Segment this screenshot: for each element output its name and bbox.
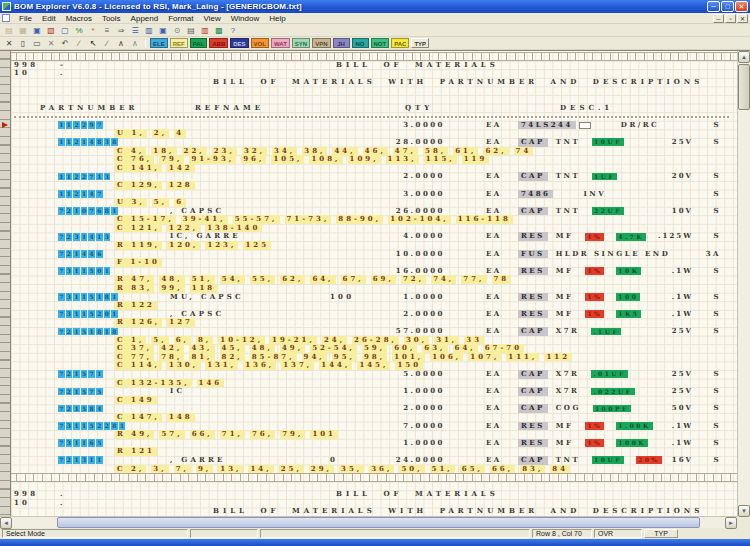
column-header-qty: QTY <box>405 104 433 113</box>
category-button-abb[interactable]: ABB <box>209 38 228 48</box>
category-button-not[interactable]: NOT <box>371 38 390 48</box>
qty-value: 1.0000 <box>352 387 445 396</box>
partnumber-digit: 5 <box>88 293 95 301</box>
scroll-left-button[interactable]: ◄ <box>0 517 12 529</box>
refname-token: 2, <box>152 129 169 138</box>
maximize-button[interactable]: □ <box>721 1 734 12</box>
bom-line: R 121 <box>0 447 737 456</box>
folders-icon[interactable]: ▧ <box>45 25 57 36</box>
layout-rows-icon[interactable]: ☰ <box>129 25 141 36</box>
menu-append[interactable]: Append <box>126 14 164 23</box>
vertical-scroll-thumb[interactable] <box>738 64 750 110</box>
menu-window[interactable]: Window <box>226 14 264 23</box>
category-button-des[interactable]: DES <box>230 38 248 48</box>
menu-file[interactable]: File <box>14 14 37 23</box>
partnumber-value: 721575 <box>58 388 103 396</box>
layout-columns-icon[interactable]: ▥ <box>143 25 155 36</box>
scroll-up-button[interactable]: ▲ <box>738 51 750 63</box>
window-icon[interactable]: ▢ <box>59 25 71 36</box>
bom-line: R 126,127 <box>0 318 737 327</box>
save-icon[interactable]: ▣ <box>31 25 43 36</box>
minimize-button[interactable]: ─ <box>707 1 720 12</box>
horizontal-scrollbar[interactable]: ◄ ► <box>0 516 750 528</box>
unit-value: EA <box>486 190 502 199</box>
partnumber-digit: 6 <box>96 250 103 258</box>
category-button-pal[interactable]: PAL <box>190 38 208 48</box>
status-typ-button[interactable]: TYP <box>644 529 678 538</box>
partnumber-digit: 8 <box>104 293 111 301</box>
scroll-right-button[interactable]: ► <box>725 517 737 529</box>
menu-tools[interactable]: Tools <box>97 14 126 23</box>
bom-line: C 141,142 <box>0 164 737 173</box>
category-button-pac[interactable]: PAC <box>391 38 409 48</box>
list-icon[interactable]: ≡ <box>101 25 113 36</box>
paste-icon[interactable]: ▯ <box>17 38 29 49</box>
category-button-no[interactable]: NO <box>352 38 369 48</box>
refname-token: 108, <box>309 155 342 164</box>
export-icon[interactable]: ▦ <box>17 25 29 36</box>
find-icon[interactable]: ⊙ <box>171 25 183 36</box>
cursor-icon[interactable]: ↖ <box>87 38 99 49</box>
qty-value: 2.0000 <box>352 172 445 181</box>
category-button-vol[interactable]: VOL <box>251 38 269 48</box>
partnumber-digit: 1 <box>73 439 80 447</box>
status-flag: S <box>713 207 721 216</box>
percent-icon[interactable]: % <box>73 25 85 36</box>
mdi-minimize-button[interactable]: ─ <box>713 14 724 23</box>
status-flag: S <box>713 370 721 379</box>
description-text: TNT <box>556 138 580 147</box>
panel-icon[interactable]: ▥ <box>199 25 211 36</box>
vertical-scrollbar[interactable]: ▲ ▼ <box>737 51 750 517</box>
category-button-wat[interactable]: WAT <box>271 38 290 48</box>
partnumber-value: 1122713 <box>58 173 110 181</box>
column-header-refname: REFNAME <box>195 104 264 113</box>
undo-icon[interactable]: ↶ <box>59 38 71 49</box>
category-button-syn[interactable]: SYN <box>292 38 310 48</box>
open-icon[interactable]: ▤ <box>3 25 15 36</box>
rectangle-icon[interactable]: ▭ <box>31 38 43 49</box>
cascade-icon[interactable]: ▣ <box>157 25 169 36</box>
category-button-jh[interactable]: JH <box>333 38 350 48</box>
part-type-badge: FUS <box>518 250 548 259</box>
description-cell: CAPX7R.1UF25VS <box>518 327 727 336</box>
category-button-typ[interactable]: TYP <box>411 38 429 48</box>
menu-help[interactable]: Help <box>264 14 290 23</box>
caret2-icon[interactable]: ∧ <box>129 38 141 49</box>
value-badge: 10UF <box>592 138 624 146</box>
document-content[interactable]: 998-BILL OF MATERIALS10.BILL OF MATERIAL… <box>0 52 737 517</box>
sort-dropdown-icon[interactable]: ⇒ <box>115 25 127 36</box>
horizontal-scroll-thumb[interactable] <box>57 517 700 528</box>
print-icon[interactable]: ▤ <box>185 25 197 36</box>
delete-icon[interactable]: ✕ <box>45 38 57 49</box>
row-margin-column[interactable] <box>0 51 11 516</box>
caret-icon[interactable]: ∧ <box>115 38 127 49</box>
partnumber-digit: 7 <box>58 370 65 378</box>
close-button[interactable]: ✕ <box>735 1 748 12</box>
description-cell: RESMF1%4.7K.125WS <box>518 232 727 241</box>
asterisk-icon[interactable]: * <box>87 25 99 36</box>
mdi-restore-button[interactable]: ▫ <box>725 14 736 23</box>
tolerance-badge: 1% <box>585 422 604 430</box>
category-button-ele[interactable]: ELE <box>150 38 168 48</box>
menu-edit[interactable]: Edit <box>37 14 61 23</box>
pen-icon[interactable]: ∕ <box>73 38 85 49</box>
title-bar[interactable]: BOM Explorer V6.0.8 - Licensed to RSI, M… <box>0 0 750 13</box>
scroll-down-button[interactable]: ▼ <box>738 505 750 517</box>
bom-line: 7311522817.0000EARESMF1%1.00K.1WS <box>0 422 737 431</box>
menu-view[interactable]: View <box>199 14 226 23</box>
image-icon[interactable]: ▩ <box>213 25 225 36</box>
mdi-close-button[interactable]: ✕ <box>737 14 748 23</box>
partnumber-digit: 1 <box>81 310 88 318</box>
category-button-vpn[interactable]: VPN <box>312 38 330 48</box>
description-cell: RESMF1%1K5.1WS <box>518 310 727 319</box>
pen2-icon[interactable]: ∕ <box>101 38 113 49</box>
category-button-ref[interactable]: REF <box>170 38 188 48</box>
menu-macros[interactable]: Macros <box>61 14 97 23</box>
partnumber-digit: 2 <box>81 121 88 129</box>
partnumber-digit: 2 <box>66 405 73 413</box>
refname-token: C 121, <box>115 224 162 233</box>
cut-icon[interactable]: ✕ <box>3 38 15 49</box>
menu-format[interactable]: Format <box>163 14 198 23</box>
help-icon[interactable]: ? <box>227 25 239 36</box>
partnumber-digit: 7 <box>58 293 65 301</box>
